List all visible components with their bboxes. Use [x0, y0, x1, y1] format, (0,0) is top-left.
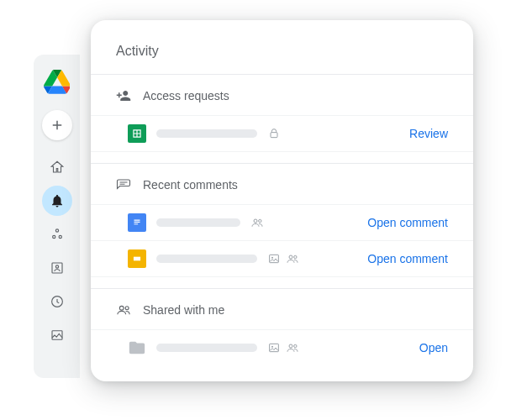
section-header: Access requests: [91, 75, 473, 115]
meta-icons: [267, 127, 281, 140]
svg-point-1: [52, 235, 55, 238]
svg-rect-10: [134, 257, 140, 261]
docs-icon: [128, 213, 146, 232]
svg-point-9: [259, 219, 261, 222]
slides-icon: [128, 249, 146, 268]
meta-icons: [267, 341, 299, 354]
image-icon: [50, 328, 65, 343]
folder-icon: [128, 339, 146, 357]
svg-point-12: [271, 257, 273, 259]
file-name-placeholder: [156, 255, 257, 263]
section-label: Shared with me: [143, 303, 224, 317]
person-add-icon: [116, 88, 131, 103]
workspaces-icon: [50, 227, 65, 242]
svg-point-14: [294, 255, 297, 258]
nav-activity[interactable]: [42, 186, 72, 216]
svg-point-8: [254, 219, 257, 223]
open-link[interactable]: Open: [419, 341, 448, 354]
nav-recent[interactable]: [42, 286, 72, 317]
meta-icons: [250, 216, 264, 229]
section-header: Shared with me: [91, 289, 473, 329]
people-icon: [116, 302, 131, 318]
svg-point-19: [289, 344, 292, 348]
clock-icon: [50, 294, 65, 309]
svg-point-15: [119, 306, 124, 310]
open-comment-link[interactable]: Open comment: [367, 216, 448, 229]
comment-icon: [116, 177, 131, 192]
review-link[interactable]: Review: [409, 127, 448, 140]
sheets-icon: [128, 124, 146, 143]
svg-point-20: [294, 344, 297, 347]
svg-point-18: [271, 346, 273, 348]
section-header: Recent comments: [91, 164, 473, 204]
image-small-icon: [267, 252, 281, 265]
nav-photos[interactable]: [42, 320, 72, 350]
plus-icon: [50, 118, 65, 133]
section-label: Access requests: [143, 89, 229, 102]
nav-workspaces[interactable]: [42, 219, 72, 249]
svg-point-16: [125, 307, 129, 310]
new-button[interactable]: [42, 110, 72, 140]
svg-point-2: [59, 235, 61, 238]
activity-row[interactable]: Open: [91, 329, 473, 365]
open-comment-link[interactable]: Open comment: [367, 252, 448, 265]
svg-point-13: [289, 255, 292, 259]
people-icon: [286, 341, 299, 354]
nav-home[interactable]: [42, 152, 72, 182]
file-name-placeholder: [156, 344, 257, 352]
activity-row[interactable]: Open comment: [91, 240, 473, 276]
drive-logo-icon: [44, 70, 71, 97]
svg-point-4: [55, 265, 58, 268]
home-icon: [50, 160, 65, 175]
section-shared-with-me: Shared with me Open: [91, 288, 473, 365]
section-recent-comments: Recent comments Open comment Open comme: [91, 163, 473, 288]
meta-icons: [267, 252, 299, 265]
activity-panel: Activity Access requests Review Recent c…: [91, 20, 473, 381]
people-icon: [286, 252, 299, 265]
nav-shared[interactable]: [42, 253, 72, 283]
activity-row[interactable]: Review: [91, 115, 473, 151]
panel-title: Activity: [91, 44, 473, 74]
activity-row[interactable]: Open comment: [91, 204, 473, 240]
file-name-placeholder: [156, 129, 257, 138]
section-access-requests: Access requests Review: [91, 74, 473, 163]
section-label: Recent comments: [143, 178, 238, 192]
svg-point-0: [55, 229, 58, 232]
side-nav: [34, 55, 80, 378]
person-box-icon: [50, 260, 65, 276]
bell-icon: [50, 193, 65, 208]
svg-rect-7: [271, 133, 277, 138]
file-name-placeholder: [156, 218, 240, 227]
image-small-icon: [267, 341, 281, 354]
lock-icon: [267, 127, 281, 140]
people-icon: [250, 216, 264, 229]
